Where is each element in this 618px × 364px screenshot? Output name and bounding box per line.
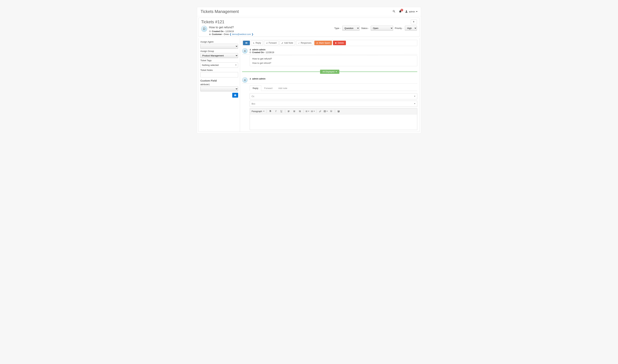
notification-badge: 4 <box>400 9 403 11</box>
svg-point-1 <box>311 111 311 111</box>
separator <box>267 109 267 113</box>
thread-avatar: a <box>242 48 248 54</box>
ticket-number: Tickets #121 <box>201 19 224 24</box>
add-note-button[interactable]: Add Note <box>280 41 295 45</box>
priority-select[interactable]: High <box>405 26 417 31</box>
image-button[interactable] <box>336 109 341 114</box>
save-button[interactable] <box>232 93 238 98</box>
forward-button[interactable]: Forward <box>264 41 279 45</box>
caret-down-icon <box>313 111 315 112</box>
chevron-down-icon <box>335 71 337 72</box>
ticket-subject: How to get refund? <box>209 26 254 29</box>
thread-created-line: Created On - 12/26/19 <box>249 51 274 54</box>
customer-line: Customer - Drew ❮ demo@webkul.com ❯ <box>209 33 254 36</box>
message-box: How to get refund? How to get refund? <box>250 55 417 66</box>
ticket-notes-label: Ticket Notes <box>200 69 238 71</box>
bold-button[interactable]: B <box>268 109 273 114</box>
tab-reply[interactable]: Reply <box>250 85 261 91</box>
tab-add-note[interactable]: Add note <box>275 85 290 91</box>
status-label: Status - <box>361 27 369 29</box>
thread-author-line: admin admin <box>249 49 274 51</box>
svg-point-2 <box>311 112 311 112</box>
cc-field[interactable]: Cc <box>250 93 417 99</box>
mark-spam-button[interactable]: Mark Spam <box>314 41 332 45</box>
status-select[interactable]: Open <box>371 26 393 31</box>
table-button[interactable] <box>323 109 328 114</box>
username: admin <box>409 10 415 13</box>
notifications-button[interactable]: 4 <box>399 10 402 13</box>
type-label: Type - <box>334 27 341 29</box>
underline-button[interactable]: U <box>279 109 284 114</box>
caret-down-icon <box>416 11 417 12</box>
align-right-button[interactable] <box>297 109 302 114</box>
all-displayed-button[interactable]: All Displayed <box>320 70 339 74</box>
caret-down-icon <box>326 111 328 112</box>
attribute1-select[interactable] <box>200 86 238 91</box>
caret-down-icon <box>414 96 415 97</box>
separator <box>316 109 317 113</box>
search-icon[interactable] <box>392 10 396 13</box>
delete-button[interactable]: Delete <box>333 41 346 45</box>
assign-agent-select[interactable] <box>200 44 238 49</box>
ticket-notes-input[interactable] <box>200 72 238 78</box>
reply-author-line: admin admin <box>249 78 266 80</box>
tab-forward[interactable]: Forward <box>261 85 275 91</box>
ticket-tags-label: Ticket Tags <box>200 59 238 62</box>
bcc-field[interactable]: Bcc <box>250 101 417 107</box>
ticket-tags-select[interactable]: Nothing selected <box>200 62 238 68</box>
separator <box>335 109 335 113</box>
angle-right-icon: ❯ <box>251 33 253 36</box>
assign-agent-label: Assign Agent <box>200 40 238 43</box>
separator <box>285 109 285 113</box>
unordered-list-button[interactable] <box>310 109 315 114</box>
special-char-button[interactable]: Ω <box>329 109 334 114</box>
angle-left-icon: ❮ <box>230 33 232 36</box>
ordered-list-button[interactable] <box>305 109 310 114</box>
custom-field-heading: Custom Field <box>200 79 238 82</box>
view-button[interactable] <box>243 41 250 45</box>
responses-button[interactable]: Responses <box>296 41 313 45</box>
caret-down-icon <box>414 103 415 104</box>
paragraph-style-select[interactable]: Paragraph <box>251 109 266 113</box>
caret-down-icon <box>263 111 265 112</box>
assign-group-select[interactable]: Product Management <box>200 53 238 58</box>
link-button[interactable] <box>318 109 323 114</box>
type-select[interactable]: Question <box>342 26 360 31</box>
assign-group-label: Assign Group <box>200 50 238 52</box>
italic-button[interactable]: I <box>273 109 279 114</box>
attribute1-label: attribute1 <box>200 83 238 86</box>
align-center-button[interactable] <box>292 109 297 114</box>
reply-button[interactable]: Reply <box>251 41 263 45</box>
reply-avatar: a <box>242 77 248 83</box>
user-menu[interactable]: admin <box>405 10 417 13</box>
caret-down-icon <box>235 65 237 65</box>
created-on-line: Created On - 12/26/19 <box>209 30 254 33</box>
editor-body[interactable] <box>250 114 417 130</box>
svg-point-0 <box>311 111 311 111</box>
divider <box>339 72 417 72</box>
customer-email-link[interactable]: demo@webkul.com <box>232 33 251 36</box>
priority-label: Priority - <box>395 27 403 29</box>
align-left-button[interactable] <box>286 109 291 114</box>
page-title: Tickets Management <box>201 9 239 14</box>
caret-down-icon <box>308 111 309 112</box>
back-button[interactable] <box>411 20 417 24</box>
customer-avatar: D <box>201 26 207 32</box>
divider <box>242 72 320 72</box>
